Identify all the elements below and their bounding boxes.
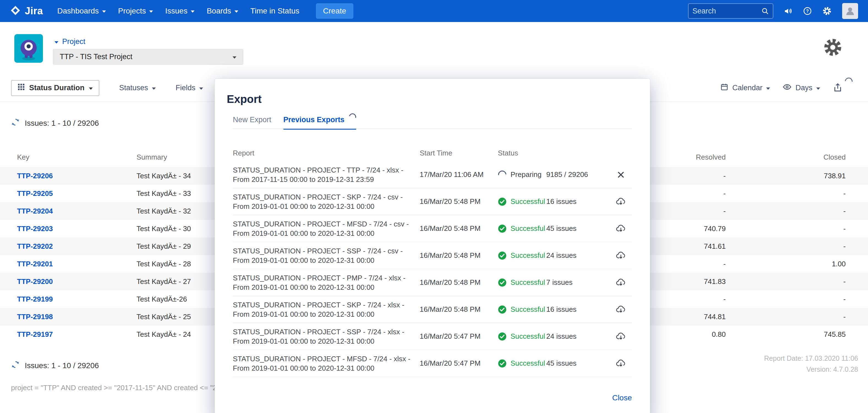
status-label: Successful [510,359,546,368]
issue-key-link[interactable]: TTP-29204 [17,207,136,216]
status-label: Successful [510,197,546,206]
chevron-down-icon [766,88,770,90]
settings-gear-icon[interactable] [823,37,843,57]
issue-closed: - [726,295,846,304]
nav-right: ? [688,3,858,19]
tab-previous-exports[interactable]: Previous Exports [283,116,356,130]
download-cloud-icon [616,197,626,206]
export-start-time: 16/Mar/20 5:47 PM [420,332,498,341]
chevron-down-icon [199,88,203,90]
status-detail: 7 issues [546,278,572,287]
issue-key-link[interactable]: TTP-29206 [17,172,136,180]
success-check-icon [498,224,507,233]
cancel-export-button[interactable] [610,170,632,179]
issue-key-link[interactable]: TTP-29202 [17,242,136,251]
issue-closed: 738.91 [726,172,846,180]
chevron-down-icon [232,56,237,59]
issue-key-link[interactable]: TTP-29205 [17,189,136,198]
nav-item-dashboards[interactable]: Dashboards [57,7,106,15]
days-label: Days [795,84,812,92]
status-label: Successful [510,332,546,341]
jira-logo[interactable]: Jira [10,5,43,17]
issue-key-link[interactable]: TTP-29198 [17,313,136,321]
download-export-button[interactable] [610,224,632,233]
nav-item-time-in-status[interactable]: Time in Status [250,7,300,15]
column-key[interactable]: Key [17,153,136,161]
issue-key-link[interactable]: TTP-29201 [17,260,136,268]
fields-dropdown[interactable]: Fields [176,84,203,92]
preparing-spinner-icon [498,170,507,179]
download-export-button[interactable] [610,305,632,314]
status-detail: 16 issues [546,197,577,206]
issue-closed: 1.00 [726,260,846,268]
statuses-dropdown[interactable]: Statuses [119,84,156,92]
nav-item-projects[interactable]: Projects [118,7,153,15]
download-export-button[interactable] [610,197,632,206]
search-input[interactable] [692,7,761,15]
chevron-down-icon [816,88,820,90]
export-row: STATUS_DURATION - PROJECT - SSP - 7/24 -… [233,323,632,350]
search-icon[interactable] [761,7,769,15]
issue-key-link[interactable]: TTP-29197 [17,330,136,339]
column-status: Status [498,149,610,157]
export-report-name: STATUS_DURATION - PROJECT - SKP - 7/24 -… [233,300,420,319]
brand-text: Jira [25,5,43,17]
export-status: Successful 16 issues [498,197,610,206]
status-duration-button[interactable]: Status Duration [11,80,99,96]
create-button[interactable]: Create [316,3,353,19]
project-breadcrumb[interactable]: Project [55,37,85,46]
announcement-icon[interactable] [784,7,793,15]
top-nav: Jira Dashboards Projects Issues Boards T… [0,0,868,22]
download-export-button[interactable] [610,332,632,341]
export-report-name: STATUS_DURATION - PROJECT - MFSD - 7/24 … [233,354,420,373]
tabs-divider [233,128,632,129]
export-icon[interactable] [833,83,843,94]
days-dropdown[interactable]: Days [783,83,820,93]
issue-key-link[interactable]: TTP-29200 [17,277,136,286]
status-label: Preparing [510,170,546,179]
status-label: Successful [510,251,546,260]
download-export-button[interactable] [610,278,632,287]
nav-item-boards[interactable]: Boards [207,7,238,15]
export-status: Successful 7 issues [498,278,610,287]
breadcrumb-label: Project [62,37,85,46]
column-report: Report [233,149,420,157]
refresh-icon[interactable] [11,360,20,371]
user-avatar[interactable] [842,3,858,19]
statuses-label: Statuses [119,84,148,92]
issue-key-link[interactable]: TTP-29199 [17,295,136,304]
gear-icon[interactable] [822,6,832,16]
search-box[interactable] [688,3,773,19]
modal-close-button[interactable]: Close [612,393,632,402]
export-start-time: 16/Mar/20 5:48 PM [420,278,498,287]
download-cloud-icon [616,224,626,233]
download-cloud-icon [616,278,626,287]
download-export-button[interactable] [610,251,632,260]
refresh-icon[interactable] [11,118,20,128]
nav-item-label: Issues [165,7,187,15]
tab-spinner-icon [348,112,358,122]
svg-text:?: ? [806,9,809,13]
status-label: Successful [510,278,546,287]
issue-key-link[interactable]: TTP-29203 [17,224,136,233]
download-export-button[interactable] [610,359,632,368]
tab-new-export[interactable]: New Export [233,116,271,128]
export-report-name: STATUS_DURATION - PROJECT - SSP - 7/24 -… [233,327,420,346]
project-header: Project TTP - TIS Test Project [0,22,868,74]
nav-item-label: Projects [118,7,146,15]
export-report-name: STATUS_DURATION - PROJECT - PMP - 7/24 -… [233,273,420,292]
export-status: Preparing 9185 / 29206 [498,170,610,179]
export-row: STATUS_DURATION - PROJECT - MFSD - 7/24 … [233,350,632,377]
chevron-down-icon [235,10,238,13]
help-icon[interactable]: ? [803,7,812,15]
column-closed[interactable]: Closed [726,153,846,161]
calendar-dropdown[interactable]: Calendar [720,83,770,93]
nav-item-issues[interactable]: Issues [165,7,194,15]
calendar-label: Calendar [732,84,763,92]
project-select[interactable]: TTP - TIS Test Project [53,49,243,65]
export-report-name: STATUS_DURATION - PROJECT - TTP - 7/24 -… [233,165,420,184]
issue-closed: - [726,277,846,286]
issue-closed: - [726,313,846,321]
export-modal: Export New Export Previous Exports Repor… [215,79,650,413]
issue-closed: - [726,207,846,216]
